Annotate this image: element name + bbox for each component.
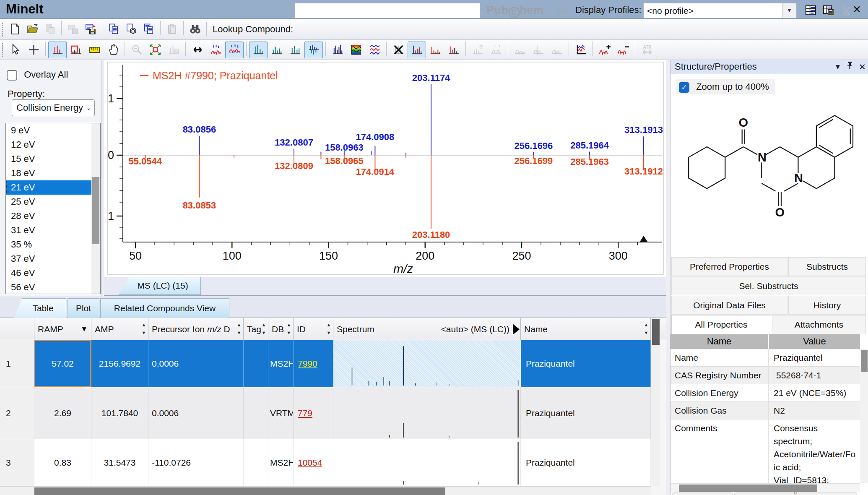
clipped-button-3[interactable] <box>796 492 857 495</box>
cell-ramp[interactable]: 2.69 <box>34 387 91 439</box>
tab-related-compounds-view[interactable]: Related Compounds View <box>100 298 229 318</box>
toolbar-grip[interactable] <box>2 22 4 36</box>
column-header-precursor[interactable]: Precursor Ion m/z D▲▼ <box>148 318 244 340</box>
mirror-view-icon[interactable] <box>304 42 323 58</box>
column-header-id[interactable]: ID▲▼ <box>294 318 333 340</box>
find-icon[interactable] <box>186 21 204 38</box>
sort-arrows-icon[interactable]: ▲▼ <box>326 321 332 337</box>
tab-preferred-properties[interactable]: Preferred Properties <box>671 257 787 276</box>
cell-ramp[interactable]: 57.02 <box>34 340 91 387</box>
sort-arrows-icon[interactable]: ▲▼ <box>261 321 267 337</box>
profiles-clear-icon[interactable] <box>837 2 855 18</box>
stick-peaks-icon[interactable] <box>268 42 286 58</box>
labeled-peaks-icon[interactable] <box>408 42 426 58</box>
sort-arrows-icon[interactable]: ▲▼ <box>643 321 649 337</box>
energy-list-scrollbar[interactable] <box>91 123 100 294</box>
cell-precursor[interactable]: -110.0726 <box>148 439 244 486</box>
cell-db[interactable]: MS2H <box>268 340 294 387</box>
sort-desc-icon[interactable]: ▼ <box>81 318 88 340</box>
profiles-table-icon[interactable] <box>802 2 819 18</box>
energy-option[interactable]: 18 eV <box>6 166 100 180</box>
sort-arrows-icon[interactable]: ▲▼ <box>141 321 147 337</box>
column-header-spectrum[interactable]: Spectrum<auto> (MS (LC)) <box>333 318 521 340</box>
tab-history[interactable]: History <box>788 296 866 315</box>
tab-ms-lc[interactable]: MS (LC) (15) <box>119 277 201 295</box>
overlay-all-checkbox[interactable] <box>7 70 17 81</box>
row-number[interactable]: 1 <box>0 340 34 387</box>
zoom-fit-icon[interactable] <box>146 42 164 58</box>
profiles-save-icon[interactable] <box>819 2 837 18</box>
cell-spectrum[interactable] <box>333 439 521 486</box>
cell-tag[interactable] <box>244 387 268 439</box>
raise-peak-icon[interactable] <box>468 42 487 58</box>
properties-vscrollbar[interactable] <box>860 349 868 483</box>
copy-structure-icon[interactable] <box>122 21 140 38</box>
column-header-amp[interactable]: AMP▲▼ <box>91 318 148 340</box>
cell-tag[interactable] <box>244 340 268 387</box>
peak-pick-icon[interactable] <box>164 42 183 58</box>
heatmap-view-icon[interactable] <box>347 42 365 58</box>
tab-attachments[interactable]: Attachments <box>772 315 866 334</box>
open-file-icon[interactable] <box>23 21 41 38</box>
zoom-rectangle-icon[interactable] <box>67 42 85 58</box>
peak-select-icon[interactable] <box>48 42 67 58</box>
hits-table-hscroll-thumb[interactable] <box>34 487 445 495</box>
tab-sel-substructs[interactable]: Sel. Substructs <box>671 276 866 295</box>
pubchem-logo-button[interactable]: PubChem <box>486 4 554 18</box>
sort-arrows-icon[interactable]: ▲▼ <box>286 321 292 337</box>
tab-table[interactable]: Table <box>14 298 66 318</box>
smooth-peaks-2-icon[interactable] <box>529 42 548 58</box>
profiles-dropdown-arrow-icon[interactable]: ▼ <box>782 3 796 18</box>
multitrace-view-icon[interactable] <box>365 42 384 58</box>
energy-option[interactable]: 28 eV <box>6 209 100 223</box>
pointer-icon[interactable] <box>6 42 24 58</box>
cell-spectrum[interactable] <box>333 387 521 439</box>
energy-option[interactable]: 15 eV <box>6 152 100 166</box>
pan-hand-icon[interactable] <box>104 42 122 58</box>
measure-ruler-icon[interactable] <box>85 42 104 58</box>
cell-precursor[interactable]: 0.0006 <box>148 340 244 387</box>
properties-hscrollbar[interactable] <box>670 483 860 492</box>
row-number[interactable]: 2 <box>0 387 34 439</box>
overlay-profiles-icon[interactable] <box>225 42 244 58</box>
column-header-ramp[interactable]: RAMP▼ <box>34 318 91 340</box>
sort-arrows-icon[interactable]: ▲▼ <box>236 321 242 337</box>
compare-peaks-icon[interactable] <box>487 42 505 58</box>
smooth-peaks-3-icon[interactable] <box>548 42 566 58</box>
property-row[interactable]: Collision GasN2 <box>670 402 860 419</box>
pin-icon[interactable] <box>846 60 853 74</box>
cell-id[interactable]: 779 <box>294 387 333 439</box>
energy-option[interactable]: 35 % <box>6 237 100 252</box>
hits-table-vscrollbar[interactable] <box>651 318 660 486</box>
spectrum-id-link[interactable]: 10054 <box>298 458 322 467</box>
energy-option[interactable]: 9 eV <box>6 123 100 138</box>
spectrum-chart-panel[interactable]: 10150100150200250300m/zMS2H #7990; Prazi… <box>104 60 666 277</box>
structure-sketcher-icon[interactable] <box>553 3 570 19</box>
tab-substructs[interactable]: Substructs <box>788 257 866 276</box>
zoom-out-icon[interactable] <box>127 42 146 58</box>
cell-tag[interactable] <box>244 439 268 486</box>
subtract-trace-icon[interactable] <box>614 42 632 58</box>
row-number[interactable]: 3 <box>0 439 34 486</box>
annotated-peaks-2-icon[interactable] <box>444 42 463 58</box>
swap-horizontal-icon[interactable] <box>188 42 207 58</box>
tab-all-properties[interactable]: All Properties <box>671 315 771 334</box>
spectrum-expand-icon[interactable] <box>513 324 520 335</box>
cell-id[interactable]: 7990 <box>294 340 333 387</box>
spectrum-id-link[interactable]: 779 <box>298 408 312 418</box>
property-row[interactable]: Collision Energy21 eV (NCE=35%) <box>670 384 860 402</box>
cell-name[interactable]: Praziquantel <box>521 340 651 387</box>
hits-table-vscroll-thumb[interactable] <box>652 319 660 345</box>
zoom-400-checkbox[interactable]: ✓ <box>679 82 689 93</box>
hits-table-hscrollbar[interactable] <box>0 486 651 495</box>
cell-id[interactable]: 10054 <box>294 439 333 486</box>
cell-amp[interactable]: 31.5473 <box>91 439 148 486</box>
energy-option[interactable]: 12 eV <box>6 138 100 152</box>
cell-db[interactable]: VRTM <box>268 387 294 439</box>
cell-amp[interactable]: 101.7840 <box>91 387 148 439</box>
profile-peaks-icon[interactable] <box>207 42 225 58</box>
cell-precursor[interactable]: 0.0006 <box>148 387 244 439</box>
spectrum-id-link[interactable]: 7990 <box>298 359 317 368</box>
cell-ramp[interactable]: 0.83 <box>34 439 91 486</box>
toolbar-grip-2[interactable] <box>2 43 4 57</box>
